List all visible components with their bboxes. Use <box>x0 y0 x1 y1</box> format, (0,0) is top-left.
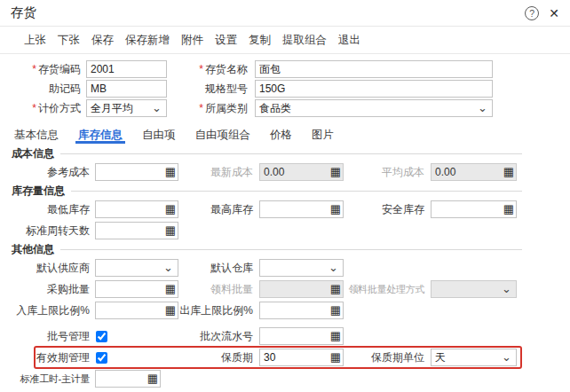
reference-cost-field: ▦ <box>95 163 178 181</box>
divider <box>71 191 522 192</box>
required-marker: * <box>199 63 203 75</box>
section-title: 其他信息 <box>12 242 54 257</box>
reference-cost-label: 参考成本 <box>12 165 93 180</box>
chevron-down-icon: ⌄ <box>502 354 511 361</box>
form-row: 参考成本 ▦ 最新成本 ▦ 平均成本 ▦ <box>12 163 522 181</box>
std-hours-field: ▦ <box>95 370 161 388</box>
mnemonic-field <box>86 80 167 98</box>
tab-stock-info[interactable]: 库存信息 <box>75 126 125 144</box>
tab-basic-info[interactable]: 基本信息 <box>12 126 61 144</box>
calculator-icon[interactable]: ▦ <box>165 224 176 236</box>
tab-free-item[interactable]: 自由项 <box>139 126 178 144</box>
section-title: 成本信息 <box>12 146 54 161</box>
calculator-icon[interactable]: ▦ <box>330 330 341 341</box>
toolbar-next-button[interactable]: 下张 <box>58 33 80 48</box>
picking-batch-field: ▦ <box>259 280 344 298</box>
purchase-batch-label: 采购批量 <box>12 282 93 297</box>
default-warehouse-select[interactable]: ⌄ <box>259 259 344 277</box>
chevron-down-icon: ⌄ <box>152 105 162 112</box>
batch-mgmt-checkbox-wrap <box>93 331 178 342</box>
outbound-limit-label: 出库上限比例% <box>178 303 257 318</box>
toolbar-save-new-button[interactable]: 保存新增 <box>125 33 170 48</box>
form-row: *存货编码 *存货名称 <box>12 60 570 78</box>
default-supplier-select[interactable]: ⌄ <box>95 259 178 277</box>
close-icon[interactable]: ✕ <box>549 7 559 20</box>
toolbar-prev-button[interactable]: 上张 <box>24 33 46 48</box>
inventory-name-field <box>255 60 493 78</box>
form-row: 最低库存 ▦ 最高库存 ▦ 安全库存 ▦ <box>12 200 522 218</box>
picking-batch-label: 领料批量 <box>178 282 257 297</box>
max-stock-field: ▦ <box>259 200 344 218</box>
max-stock-label: 最高库存 <box>178 202 257 217</box>
spec-label: 规格型号 <box>167 82 251 97</box>
form-row: 标准工时-主计量 ▦ <box>12 370 522 388</box>
form-row: 批号管理 批次流水号 ▦ <box>12 327 522 345</box>
inbound-limit-field: ▦ <box>95 302 178 319</box>
safe-stock-field: ▦ <box>431 200 517 218</box>
tab-bar: 基本信息 库存信息 自由项 自由项组合 价格 图片 <box>0 122 570 144</box>
outbound-limit-field: ▦ <box>259 302 344 319</box>
section-other-header: 其他信息 <box>12 244 522 255</box>
window-title: 存货 <box>11 4 36 21</box>
mnemonic-input[interactable] <box>87 81 166 97</box>
batch-mgmt-checkbox[interactable] <box>96 331 107 342</box>
inventory-name-input[interactable] <box>256 61 492 77</box>
inventory-code-field <box>86 60 167 78</box>
default-supplier-label: 默认供应商 <box>12 261 93 276</box>
validity-mgmt-checkbox[interactable] <box>96 352 107 364</box>
category-label: *所属类别 <box>167 101 251 116</box>
required-marker: * <box>199 102 203 114</box>
calculator-icon[interactable]: ▦ <box>165 283 176 294</box>
min-stock-field: ▦ <box>95 200 178 218</box>
pricing-method-select[interactable]: 全月平均⌄ <box>86 99 167 117</box>
toolbar-settings-button[interactable]: 设置 <box>215 33 237 48</box>
inventory-name-label: *存货名称 <box>167 62 251 77</box>
shelf-life-label: 保质期 <box>178 350 257 365</box>
turnover-days-field: ▦ <box>95 222 178 239</box>
picking-batch-method-select: ⌄ <box>431 280 517 298</box>
toolbar-save-button[interactable]: 保存 <box>91 33 114 48</box>
header-form: *存货编码 *存货名称 助记码 规格型号 *计价方式 全月平均⌄ *所属类别 食… <box>0 54 570 122</box>
calculator-icon[interactable]: ▦ <box>503 203 514 215</box>
divider <box>60 249 522 250</box>
average-cost-label: 平均成本 <box>344 165 428 180</box>
required-marker: * <box>32 102 36 114</box>
latest-cost-label: 最新成本 <box>178 165 257 180</box>
toolbar: 上张 下张 保存 保存新增 附件 设置 复制 提取组合 退出 <box>0 27 570 54</box>
latest-cost-field: ▦ <box>259 163 344 181</box>
required-marker: * <box>32 63 36 75</box>
spec-input[interactable] <box>256 81 492 97</box>
picking-batch-method-label: 领料批量处理方式 <box>344 283 428 296</box>
calculator-icon[interactable]: ▦ <box>165 203 176 215</box>
inbound-limit-label: 入库上限比例% <box>12 303 93 318</box>
section-title: 库存量信息 <box>12 184 65 199</box>
toolbar-attachment-button[interactable]: 附件 <box>181 33 203 48</box>
toolbar-extract-combo-button[interactable]: 提取组合 <box>282 33 327 48</box>
calculator-icon[interactable]: ▦ <box>147 372 158 384</box>
tab-price[interactable]: 价格 <box>267 126 295 144</box>
inventory-code-input[interactable] <box>87 61 166 77</box>
calculator-icon[interactable]: ▦ <box>330 304 341 316</box>
shelf-life-unit-select[interactable]: 天⌄ <box>431 349 517 366</box>
form-row: 采购批量 ▦ 领料批量 ▦ 领料批量处理方式 ⌄ <box>12 280 522 298</box>
toolbar-copy-button[interactable]: 复制 <box>249 33 271 48</box>
validity-mgmt-label: 有效期管理 <box>12 350 93 365</box>
divider <box>60 153 522 154</box>
batch-serial-label: 批次流水号 <box>178 329 257 344</box>
calculator-icon: ▦ <box>330 283 341 294</box>
tab-free-item-combo[interactable]: 自由项组合 <box>193 126 254 144</box>
turnover-days-label: 标准周转天数 <box>12 223 93 239</box>
help-icon[interactable]: ? <box>525 6 539 20</box>
calculator-icon: ▦ <box>330 166 341 177</box>
inventory-code-label: *存货编码 <box>12 62 84 77</box>
calculator-icon[interactable]: ▦ <box>330 351 341 363</box>
calculator-icon[interactable]: ▦ <box>165 166 176 177</box>
calculator-icon[interactable]: ▦ <box>330 203 341 215</box>
calculator-icon[interactable]: ▦ <box>165 304 176 316</box>
category-select[interactable]: 食品类⌄ <box>255 99 493 117</box>
chevron-down-icon: ⌄ <box>478 105 487 112</box>
calculator-icon: ▦ <box>503 166 514 177</box>
shelf-life-unit-label: 保质期单位 <box>344 350 428 365</box>
tab-picture[interactable]: 图片 <box>309 126 336 144</box>
toolbar-exit-button[interactable]: 退出 <box>338 33 360 48</box>
